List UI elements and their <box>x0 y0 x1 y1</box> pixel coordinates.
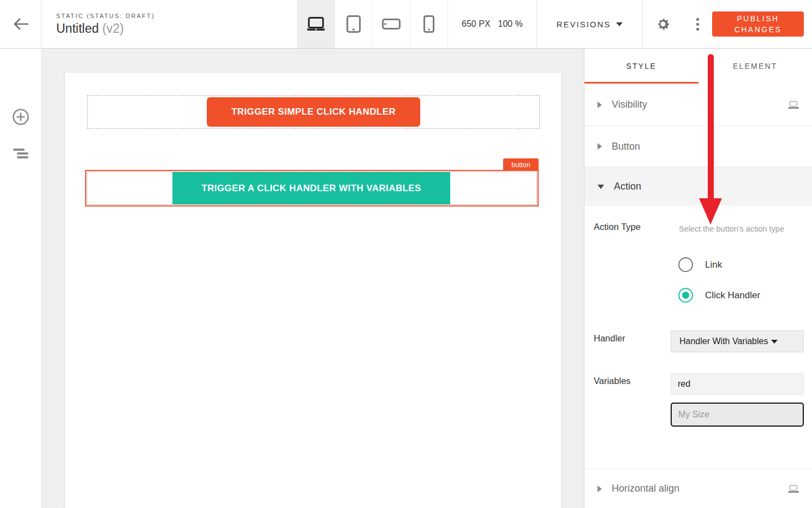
variable-input-2[interactable] <box>671 403 804 427</box>
more-options-button[interactable] <box>683 0 712 48</box>
publish-changes-button[interactable]: PUBLISH CHANGES <box>712 11 804 37</box>
add-element-button[interactable] <box>10 107 31 127</box>
layers-icon <box>13 149 28 158</box>
section-action[interactable]: Action <box>584 167 812 206</box>
laptop-icon <box>788 485 799 493</box>
chevron-right-icon <box>598 102 602 108</box>
viewport-size-readout: 650 PX 100 % <box>447 0 536 48</box>
radio-unselected-icon[interactable] <box>678 257 693 272</box>
radio-option-click-handler[interactable]: Click Handler <box>678 288 760 303</box>
action-type-helper: Select the button's action type <box>679 223 793 235</box>
device-phone-button[interactable] <box>410 0 447 48</box>
arrow-left-icon <box>13 17 29 31</box>
viewport-width: 650 PX <box>462 19 490 29</box>
chevron-down-icon <box>771 340 778 344</box>
chevron-right-icon <box>598 143 602 150</box>
settings-button[interactable] <box>642 0 683 48</box>
tab-style[interactable]: STYLE <box>584 49 698 84</box>
page-title-block: STATIC (STATUS: DRAFT) Untitled (v2) <box>41 0 297 48</box>
variable-input-1[interactable] <box>671 373 804 395</box>
tablet-landscape-icon <box>382 19 401 29</box>
tablet-portrait-icon <box>347 15 361 33</box>
top-toolbar: STATIC (STATUS: DRAFT) Untitled (v2) 65 <box>0 0 812 49</box>
element-type-badge: button <box>503 158 539 171</box>
trigger-simple-click-button[interactable]: TRIGGER SIMPLE CLICK HANDLER <box>207 97 420 127</box>
gear-icon <box>655 16 671 32</box>
laptop-icon <box>788 101 799 109</box>
phone-icon <box>423 15 434 33</box>
handler-label: Handler <box>594 333 625 344</box>
page-preview: TRIGGER SIMPLE CLICK HANDLER button TRIG… <box>65 73 561 508</box>
publish-area: PUBLISH CHANGES <box>712 0 812 48</box>
handler-select[interactable]: Handler With Variables <box>671 330 804 352</box>
layers-button[interactable] <box>10 143 31 164</box>
variables-label: Variables <box>594 376 631 386</box>
trigger-variables-click-button[interactable]: TRIGGER A CLICK HANDLER WITH VARIABLES <box>172 172 450 204</box>
section-button[interactable]: Button <box>584 126 812 167</box>
status-label: STATIC (STATUS: DRAFT) <box>56 13 297 19</box>
laptop-icon <box>306 17 326 31</box>
tab-element[interactable]: ELEMENT <box>698 49 812 84</box>
radio-selected-icon[interactable] <box>678 288 693 303</box>
action-type-label: Action Type <box>594 222 641 232</box>
revisions-dropdown[interactable]: REVISIONS <box>536 0 642 48</box>
left-toolbar <box>0 49 41 508</box>
chevron-down-icon <box>616 22 623 26</box>
section-horizontal-align[interactable]: Horizontal align <box>584 469 812 508</box>
inspector-tabs: STYLE ELEMENT <box>584 49 812 84</box>
device-laptop-button[interactable] <box>297 0 335 48</box>
device-tablet-landscape-button[interactable] <box>372 0 410 48</box>
back-button[interactable] <box>0 0 41 48</box>
kebab-menu-icon <box>696 18 699 31</box>
plus-circle-icon <box>12 108 29 126</box>
radio-option-link[interactable]: Link <box>678 257 722 272</box>
chevron-right-icon <box>598 486 602 492</box>
chevron-down-icon <box>598 185 604 189</box>
page-version: (v2) <box>102 21 124 36</box>
page-title: Untitled (v2) <box>56 21 297 36</box>
device-tablet-portrait-button[interactable] <box>335 0 372 48</box>
editor-canvas[interactable]: TRIGGER SIMPLE CLICK HANDLER button TRIG… <box>41 49 584 508</box>
section-visibility[interactable]: Visibility <box>584 84 812 126</box>
zoom-level: 100 % <box>498 19 523 29</box>
inspector-panel: STYLE ELEMENT Visibility Button Action A… <box>584 49 812 508</box>
simple-button-element[interactable]: TRIGGER SIMPLE CLICK HANDLER <box>87 95 540 129</box>
selected-button-element[interactable]: button TRIGGER A CLICK HANDLER WITH VARI… <box>85 170 539 206</box>
